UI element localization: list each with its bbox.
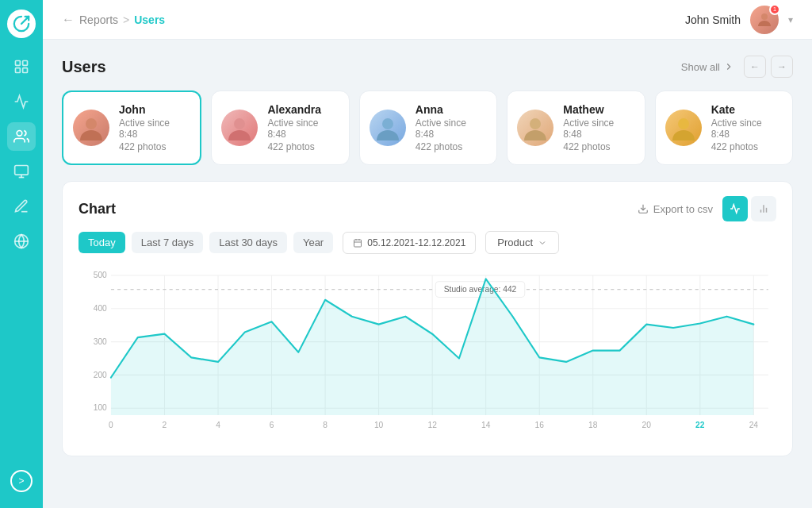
chart-section: Chart Export to csv — [62, 181, 793, 456]
date-range-picker[interactable]: 05.12.2021-12.12.2021 — [343, 232, 476, 254]
svg-text:200: 200 — [94, 369, 107, 379]
content-area: Users Show all ← → — [43, 40, 812, 508]
notification-badge: 1 — [769, 4, 780, 15]
user-name-kate: Kate — [711, 103, 783, 116]
svg-point-13 — [382, 118, 393, 129]
user-card-john[interactable]: John Active since 8:48 422 photos — [62, 90, 201, 165]
svg-text:8: 8 — [323, 420, 327, 429]
export-csv-button[interactable]: Export to csv — [638, 203, 713, 215]
users-section-header: Users Show all ← → — [62, 56, 793, 78]
user-name-anna: Anna — [416, 103, 487, 116]
svg-point-4 — [17, 131, 22, 137]
breadcrumb-parent[interactable]: Reports — [79, 13, 118, 26]
svg-text:4: 4 — [216, 420, 220, 429]
main-content: ← Reports > Users John Smith 1 ▾ Users — [43, 0, 812, 508]
svg-text:6: 6 — [270, 420, 274, 429]
user-photos-kate: 422 photos — [711, 141, 783, 152]
svg-text:500: 500 — [94, 270, 107, 279]
chart-type-selector — [722, 196, 776, 221]
user-photos-anna: 422 photos — [416, 141, 487, 152]
chart-title: Chart — [79, 201, 116, 217]
svg-rect-0 — [16, 61, 21, 66]
user-info-anna: Anna Active since 8:48 422 photos — [416, 103, 487, 152]
filter-30days-button[interactable]: Last 30 days — [209, 232, 287, 253]
svg-text:18: 18 — [588, 420, 597, 429]
user-cards-list: John Active since 8:48 422 photos Alexan… — [62, 90, 793, 165]
sidebar-item-monitor[interactable] — [7, 157, 36, 186]
back-button[interactable]: ← — [62, 13, 75, 27]
sidebar-item-globe[interactable] — [7, 227, 36, 256]
sidebar-item-analytics[interactable] — [7, 87, 36, 116]
chart-header: Chart Export to csv — [79, 196, 776, 221]
line-chart-svg: 500 400 300 200 100 0 2 4 6 8 10 12 14 1… — [79, 267, 776, 441]
svg-rect-20 — [354, 240, 362, 247]
app-logo — [7, 10, 36, 38]
svg-text:400: 400 — [94, 303, 107, 313]
svg-text:20: 20 — [642, 420, 651, 429]
breadcrumb-current: Users — [134, 13, 165, 26]
bar-chart-button[interactable] — [751, 196, 776, 221]
chart-canvas: 500 400 300 200 100 0 2 4 6 8 10 12 14 1… — [79, 267, 776, 441]
svg-rect-5 — [15, 166, 29, 175]
filter-7days-button[interactable]: Last 7 days — [132, 232, 204, 253]
username-label: John Smith — [685, 13, 741, 26]
avatar-anna — [370, 110, 406, 146]
user-avatar-wrapper[interactable]: 1 — [750, 6, 779, 34]
sidebar-item-edit[interactable] — [7, 192, 36, 221]
svg-text:12: 12 — [427, 420, 436, 429]
export-label: Export to csv — [653, 203, 713, 215]
svg-rect-3 — [23, 68, 28, 73]
sidebar-item-users[interactable] — [7, 122, 36, 151]
filter-today-button[interactable]: Today — [79, 232, 125, 253]
user-card-mathew[interactable]: Mathew Active since 8:48 422 photos — [507, 90, 645, 165]
sidebar-toggle-button[interactable]: > — [10, 470, 33, 492]
filter-year-button[interactable]: Year — [293, 232, 333, 253]
svg-point-10 — [761, 13, 768, 20]
svg-text:10: 10 — [374, 420, 383, 429]
avatar-john — [73, 110, 109, 146]
user-name-mathew: Mathew — [563, 103, 634, 116]
svg-point-14 — [530, 118, 541, 129]
prev-arrow[interactable]: ← — [744, 56, 766, 78]
user-info-john: John Active since 8:48 422 photos — [119, 103, 190, 152]
users-section-title: Users — [62, 58, 106, 76]
chart-controls: Today Last 7 days Last 30 days Year 05.1… — [79, 231, 776, 254]
user-status-kate: Active since 8:48 — [711, 117, 783, 140]
sidebar: > — [0, 0, 43, 508]
svg-text:16: 16 — [535, 420, 544, 429]
date-range-label: 05.12.2021-12.12.2021 — [367, 237, 465, 248]
user-info-kate: Kate Active since 8:48 422 photos — [711, 103, 783, 152]
line-chart-button[interactable] — [722, 196, 748, 221]
user-info-mathew: Mathew Active since 8:48 422 photos — [563, 103, 634, 152]
sidebar-item-dashboard[interactable] — [7, 52, 36, 81]
user-nav-arrows: ← → — [744, 56, 793, 78]
user-card-kate[interactable]: Kate Active since 8:48 422 photos — [655, 90, 793, 165]
next-arrow[interactable]: → — [771, 56, 793, 78]
user-name-alexandra: Alexandra — [267, 103, 339, 116]
user-status-john: Active since 8:48 — [119, 117, 190, 140]
sidebar-toggle-icon: > — [18, 475, 24, 487]
user-name-john: John — [119, 103, 190, 116]
user-status-mathew: Active since 8:48 — [563, 117, 634, 140]
svg-point-12 — [234, 118, 245, 129]
user-photos-john: 422 photos — [119, 141, 190, 152]
svg-text:Studio average: 442: Studio average: 442 — [444, 284, 517, 294]
user-status-alexandra: Active since 8:48 — [267, 117, 339, 140]
svg-text:300: 300 — [94, 337, 107, 346]
user-card-anna[interactable]: Anna Active since 8:48 422 photos — [359, 90, 497, 165]
svg-point-11 — [86, 118, 97, 129]
svg-text:0: 0 — [109, 420, 113, 429]
user-photos-alexandra: 422 photos — [267, 141, 339, 152]
avatar-kate — [665, 110, 702, 146]
breadcrumb-separator: > — [123, 13, 129, 26]
user-card-alexandra[interactable]: Alexandra Active since 8:48 422 photos — [211, 90, 349, 165]
topbar-right: John Smith 1 ▾ — [685, 6, 793, 34]
breadcrumb: ← Reports > Users — [62, 13, 165, 27]
user-menu-chevron[interactable]: ▾ — [788, 14, 793, 25]
product-dropdown[interactable]: Product — [485, 231, 559, 254]
show-all-button[interactable]: Show all — [681, 61, 734, 73]
user-info-alexandra: Alexandra Active since 8:48 422 photos — [267, 103, 339, 152]
svg-point-15 — [678, 118, 689, 129]
avatar-alexandra — [221, 110, 258, 146]
svg-text:22: 22 — [695, 420, 704, 429]
